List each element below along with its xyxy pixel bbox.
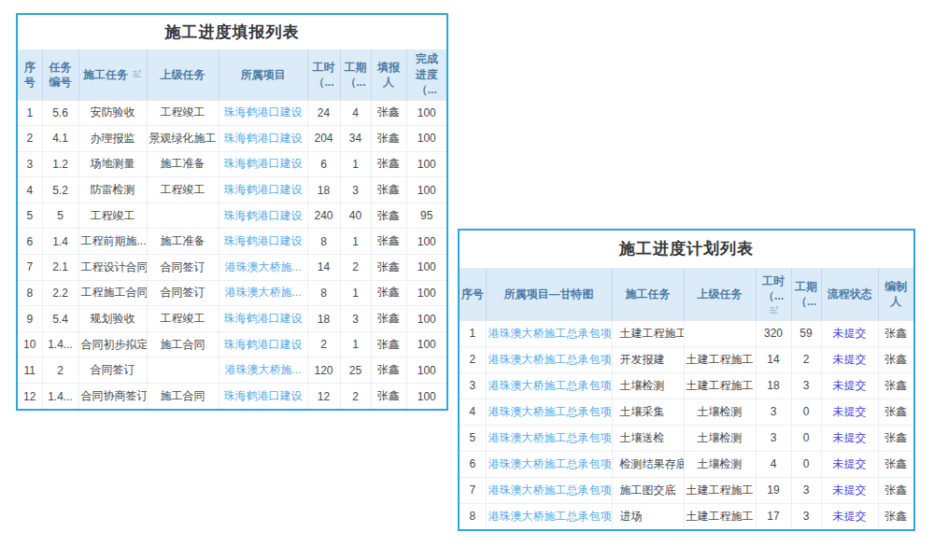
- column-header-label: 上级任务: [698, 287, 743, 301]
- status-cell: 未提交: [821, 451, 878, 477]
- project-link[interactable]: 港珠澳大桥施工总承包项目: [488, 457, 613, 470]
- table-row: 1港珠澳大桥施工总承包项目土建工程施工32059未提交张鑫: [460, 320, 913, 346]
- status-link[interactable]: 未提交: [833, 405, 867, 418]
- table-cell: [147, 357, 219, 384]
- header-row: 序 号任务 编号施工任务上级任务所属项目工时 （...工期 （...填报 人完成…: [18, 49, 446, 100]
- project-link-cell: 港珠澳大桥施...: [219, 255, 307, 281]
- project-link[interactable]: 港珠澳大桥施...: [224, 363, 301, 376]
- table-cell: 5: [42, 203, 78, 229]
- table-row: 82.2工程施工合同合同签订港珠澳大桥施...81张鑫100: [18, 280, 446, 306]
- table-cell: 2.1: [42, 255, 78, 281]
- table-cell: 25: [340, 357, 371, 384]
- project-link[interactable]: 珠海鹤港口建设: [224, 132, 303, 145]
- status-link[interactable]: 未提交: [833, 483, 867, 497]
- column-header: 工时 （...: [307, 49, 340, 100]
- column-header: 所属项目: [219, 49, 307, 100]
- column-header-label: 填报 人: [377, 61, 400, 89]
- sort-icon[interactable]: [769, 304, 779, 315]
- table-cell: [147, 203, 219, 229]
- table-cell: 40: [340, 203, 371, 229]
- project-link[interactable]: 港珠澳大桥施工总承包项目: [488, 483, 613, 497]
- project-link-cell: 港珠澳大桥施工总承包项目: [486, 503, 612, 529]
- status-link[interactable]: 未提交: [833, 510, 867, 523]
- table-cell: 土建工程施工: [684, 503, 756, 529]
- sort-icon[interactable]: [132, 68, 142, 78]
- project-link[interactable]: 珠海鹤港口建设: [224, 312, 303, 325]
- project-link[interactable]: 珠海鹤港口建设: [224, 105, 303, 119]
- column-header[interactable]: 施工任务: [78, 49, 147, 100]
- progress-report-table: 序 号任务 编号施工任务上级任务所属项目工时 （...工期 （...填报 人完成…: [18, 49, 446, 409]
- table-cell: 3: [791, 503, 821, 529]
- project-link[interactable]: 港珠澳大桥施...: [224, 260, 301, 273]
- table-cell: 100: [406, 331, 446, 357]
- project-link[interactable]: 港珠澳大桥施工总承包项目: [488, 510, 613, 523]
- table-cell: 合同初步拟定: [78, 331, 147, 357]
- status-link[interactable]: 未提交: [833, 431, 867, 444]
- table-cell: 3: [791, 477, 821, 503]
- project-link[interactable]: 珠海鹤港口建设: [224, 209, 303, 222]
- table-cell: 8: [18, 280, 42, 306]
- project-link[interactable]: 港珠澳大桥施...: [224, 286, 301, 299]
- table-cell: 3: [756, 399, 791, 425]
- table-cell: 18: [307, 306, 340, 332]
- table-cell: 张鑫: [371, 126, 406, 152]
- status-link[interactable]: 未提交: [833, 379, 867, 392]
- column-header-label: 序号: [461, 287, 484, 301]
- table-cell: 8: [307, 280, 340, 306]
- table-cell: 1.4...: [42, 384, 78, 410]
- table-cell: 施工图交底: [612, 477, 684, 503]
- table-cell: 土壤送检: [612, 425, 684, 451]
- table-cell: 土建工程施工: [684, 477, 756, 503]
- table-cell: 土建工程施工: [684, 346, 756, 372]
- table-cell: 8: [307, 229, 340, 255]
- project-link[interactable]: 港珠澳大桥施工总承包项目: [488, 327, 613, 340]
- table-cell: 1: [460, 320, 486, 346]
- table-cell: 1: [18, 100, 42, 126]
- column-header: 任务 编号: [42, 49, 78, 100]
- table-row: 101.4...合同初步拟定施工合同珠海鹤港口建设21张鑫100: [18, 331, 446, 357]
- table-cell: 工程施工合同: [78, 280, 147, 306]
- table-cell: 100: [406, 306, 446, 332]
- column-header-label: 任务 编号: [50, 61, 72, 89]
- column-header-label: 工期 （...: [795, 280, 817, 308]
- table-cell: 张鑫: [371, 151, 406, 177]
- column-header: 所属项目—甘特图: [486, 268, 612, 320]
- table-row: 3港珠澳大桥施工总承包项目土壤检测土建工程施工183未提交张鑫: [460, 372, 913, 399]
- table-cell: 19: [756, 477, 791, 503]
- table-cell: 100: [406, 126, 446, 152]
- table-cell: 6: [460, 451, 486, 477]
- column-header[interactable]: 工时 （...: [756, 268, 791, 320]
- table-cell: 土壤采集: [612, 399, 684, 425]
- project-link[interactable]: 珠海鹤港口建设: [224, 183, 303, 196]
- project-link[interactable]: 港珠澳大桥施工总承包项目: [488, 431, 613, 444]
- table-cell: 1.2: [42, 151, 78, 177]
- column-header-label: 所属项目: [241, 68, 286, 81]
- project-link-cell: 港珠澳大桥施工总承包项目: [486, 399, 612, 425]
- table-row: 31.2场地测量施工准备珠海鹤港口建设61张鑫100: [18, 151, 446, 177]
- project-link[interactable]: 港珠澳大桥施工总承包项目: [488, 379, 613, 392]
- table-cell: 2: [340, 255, 371, 281]
- table-cell: 1: [340, 331, 371, 357]
- project-link[interactable]: 珠海鹤港口建设: [224, 157, 303, 170]
- table-row: 72.1工程设计合同合同签订港珠澳大桥施...142张鑫100: [18, 255, 446, 281]
- table-row: 61.4工程前期施...施工准备珠海鹤港口建设81张鑫100: [18, 229, 446, 255]
- table-cell: 张鑫: [371, 357, 406, 384]
- project-link[interactable]: 港珠澳大桥施工总承包项目: [488, 353, 613, 366]
- project-link[interactable]: 珠海鹤港口建设: [224, 338, 303, 351]
- project-link[interactable]: 港珠澳大桥施工总承包项目: [488, 405, 613, 418]
- table-cell: 工程设计合同: [78, 255, 147, 281]
- status-link[interactable]: 未提交: [833, 327, 867, 340]
- project-link[interactable]: 珠海鹤港口建设: [224, 234, 303, 247]
- table-cell: 张鑫: [371, 306, 406, 332]
- table-cell: 合同签订: [147, 255, 219, 281]
- status-cell: 未提交: [821, 399, 878, 425]
- table-cell: 土壤检测: [684, 399, 756, 425]
- status-link[interactable]: 未提交: [833, 353, 867, 366]
- column-header-label: 施工任务: [626, 287, 671, 301]
- table-cell: 24: [307, 100, 340, 126]
- table-cell: 120: [307, 357, 340, 384]
- status-link[interactable]: 未提交: [833, 457, 867, 470]
- project-link[interactable]: 珠海鹤港口建设: [224, 389, 303, 402]
- project-link-cell: 珠海鹤港口建设: [219, 126, 307, 152]
- table-cell: 张鑫: [371, 177, 406, 203]
